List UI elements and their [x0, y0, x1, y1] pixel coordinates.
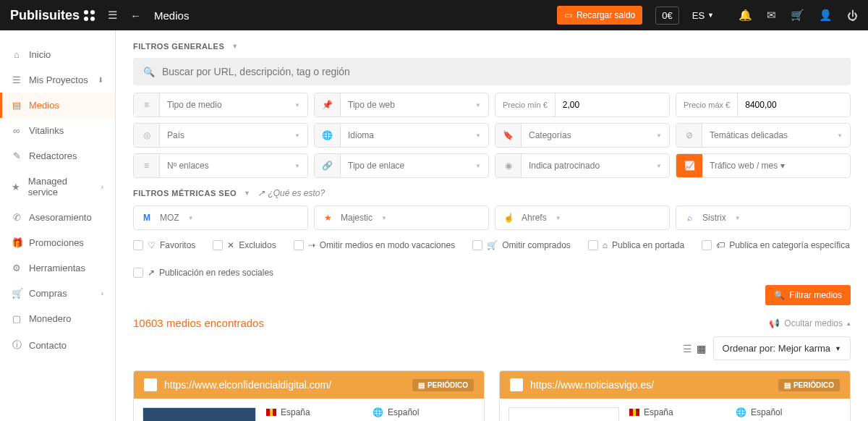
back-arrow-icon[interactable]: ← [130, 9, 141, 22]
info-country: España [629, 407, 723, 417]
filter-label: Tráfico web / mes ▾ [710, 161, 785, 171]
list-view-icon[interactable]: ☰ [683, 343, 692, 354]
chk-vacaciones[interactable]: ⇢Omitir medios en modo vacaciones [294, 240, 455, 250]
sidebar-item-herramientas[interactable]: ⚙Herramientas [0, 255, 115, 281]
chevron-down-icon: ▼ [475, 132, 481, 139]
seo-label: Sistrix [702, 213, 726, 223]
filter-idioma[interactable]: 🌐Idioma▼ [314, 123, 489, 148]
price-min-input[interactable] [556, 93, 670, 116]
sidebar-item-label: Managed service [28, 176, 94, 197]
seo-label: MOZ [160, 213, 179, 223]
filters-general-header[interactable]: FILTROS GENERALES ▼ [133, 42, 851, 51]
card-url: https://www.elconfidencialdigital.com/ [164, 379, 405, 391]
filter-tematicas[interactable]: ⊘Temáticas delicadas▼ [676, 123, 851, 148]
grid-view-icon[interactable]: ▦ [697, 343, 706, 354]
filters-seo-header[interactable]: FILTROS MÉTRICAS SEO ▼ ↗¿Qué es esto? [133, 188, 851, 198]
info-lang: 🌐Español [736, 407, 841, 417]
sidebar-item-promociones[interactable]: 🎁Promociones [0, 230, 115, 255]
brand-text: Publisuites [10, 8, 80, 23]
media-type-badge: ▤PERIÓDICO [412, 379, 474, 391]
sidebar-item-medios[interactable]: ▤Medios [0, 93, 115, 118]
chk-redes[interactable]: ↗Publicación en redes sociales [133, 268, 273, 278]
brand-logo[interactable]: Publisuites [10, 8, 95, 23]
language-selector[interactable]: ES ▼ [692, 10, 714, 21]
brand-dots-icon [84, 10, 95, 21]
chk-excluidos[interactable]: ✕Excluidos [213, 240, 276, 250]
card-url: https://www.noticiasvigo.es/ [530, 379, 771, 391]
seo-moz[interactable]: MMOZ▼ [133, 205, 308, 230]
sidebar-item-managed[interactable]: ★Managed service› [0, 169, 115, 205]
cart-icon[interactable]: 🛒 [791, 9, 804, 22]
filter-tipo-medio[interactable]: ≡Tipo de medio▼ [133, 93, 308, 117]
sort-dropdown[interactable]: Ordenar por: Mejor karma▼ [713, 336, 851, 360]
search-icon: 🔍 [143, 67, 155, 77]
flag-es-icon [629, 409, 639, 416]
sidebar-item-redactores[interactable]: ✎Redactores [0, 143, 115, 169]
sidebar-item-vitalinks[interactable]: ∞Vitalinks [0, 118, 115, 143]
chk-categoria[interactable]: 🏷Publica en categoría específica [702, 240, 850, 250]
sidebar-item-label: Mis Proyectos [29, 75, 88, 85]
newspaper-icon: ▤ [418, 381, 425, 389]
bell-icon[interactable]: 🔔 [739, 9, 752, 22]
search-input[interactable] [162, 66, 841, 77]
wallet-icon: ▢ [12, 313, 22, 324]
recharge-button[interactable]: ▭ Recargar saldo [557, 6, 642, 25]
filter-patrocinado[interactable]: ◉Indica patrocinado▼ [495, 153, 670, 178]
filter-label: Nº enlaces [167, 161, 209, 171]
filter-trafico[interactable]: 📈Tráfico web / mes ▾ [676, 153, 851, 178]
whatis-link[interactable]: ↗¿Qué es esto? [258, 188, 325, 198]
price-max-input[interactable] [738, 93, 851, 116]
price-min-label: Precio mín € [495, 93, 556, 116]
sidebar-item-monedero[interactable]: ▢Monedero [0, 306, 115, 331]
checkbox-row: ♡Favoritos ✕Excluidos ⇢Omitir medios en … [133, 240, 851, 278]
recharge-label: Recargar saldo [576, 10, 635, 20]
majestic-icon: ★ [322, 212, 333, 224]
sidebar-item-label: Herramientas [29, 263, 85, 273]
filter-tipo-web[interactable]: 📌Tipo de web▼ [314, 93, 489, 117]
power-icon[interactable]: ⏻ [847, 9, 858, 22]
card-thumbnail [509, 407, 619, 421]
pen-icon: ✎ [12, 150, 22, 161]
globe-icon: 🌐 [373, 407, 383, 417]
sidebar-item-compras[interactable]: 🛒Compras› [0, 281, 115, 306]
chevron-down-icon: ▼ [294, 102, 300, 109]
filter-pais[interactable]: ◎País▼ [133, 123, 308, 148]
view-switcher: ☰ ▦ [683, 343, 706, 354]
user-icon[interactable]: 👤 [819, 9, 833, 22]
sidebar-item-proyectos[interactable]: ☰Mis Proyectos⬇ [0, 67, 115, 93]
globe-icon: 🌐 [736, 407, 746, 417]
card-header[interactable]: https://www.noticiasvigo.es/ ▤PERIÓDICO [500, 371, 850, 399]
results-count: 10603 medios encontrados [133, 317, 264, 329]
star-icon: ★ [12, 182, 21, 192]
chevron-down-icon: ▼ [707, 12, 714, 19]
cart-icon: 🛒 [487, 240, 498, 250]
filter-apply-button[interactable]: 🔍Filtrar medios [765, 285, 851, 305]
filter-label: Temáticas delicadas [710, 130, 788, 140]
sidebar-item-contacto[interactable]: ⓘContacto [0, 331, 115, 359]
hide-media-toggle[interactable]: 📢Ocultar medios▴ [769, 318, 851, 328]
external-link-icon: ↗ [258, 188, 265, 198]
filter-tipoenlace[interactable]: 🔗Tipo de enlace▼ [314, 153, 489, 178]
seo-sistrix[interactable]: ⌕Sistrix▼ [676, 205, 851, 230]
sidebar-item-inicio[interactable]: ⌂Inicio [0, 42, 115, 67]
envelope-icon[interactable]: ✉ [767, 9, 776, 22]
filter-nenlaces[interactable]: ≡Nº enlaces▼ [133, 153, 308, 178]
seo-majestic[interactable]: ★Majestic▼ [314, 205, 489, 230]
sort-label: Ordenar por: Mejor karma [723, 343, 831, 354]
sidebar-item-asesoramiento[interactable]: ✆Asesoramiento [0, 205, 115, 230]
seo-ahrefs[interactable]: ☝Ahrefs▼ [495, 205, 670, 230]
filter-categorias[interactable]: 🔖Categorías▼ [495, 123, 670, 148]
seo-label: Majestic [341, 213, 373, 223]
chk-portada[interactable]: ⌂Publica en portada [588, 240, 684, 250]
location-icon: ◎ [134, 124, 160, 147]
balance-badge[interactable]: 0€ [655, 7, 678, 25]
caret-down-icon: ▼ [231, 43, 238, 50]
shopping-cart-icon: 🛒 [12, 288, 22, 299]
hamburger-icon[interactable]: ☰ [108, 9, 117, 22]
media-card: https://www.noticiasvigo.es/ ▤PERIÓDICO … [499, 370, 851, 421]
share-icon: ↗ [148, 268, 155, 278]
card-header[interactable]: https://www.elconfidencialdigital.com/ ▤… [134, 371, 484, 399]
chk-favoritos[interactable]: ♡Favoritos [133, 240, 195, 250]
chk-comprados[interactable]: 🛒Omitir comprados [472, 240, 571, 250]
arrow-icon: ⇢ [308, 240, 315, 250]
